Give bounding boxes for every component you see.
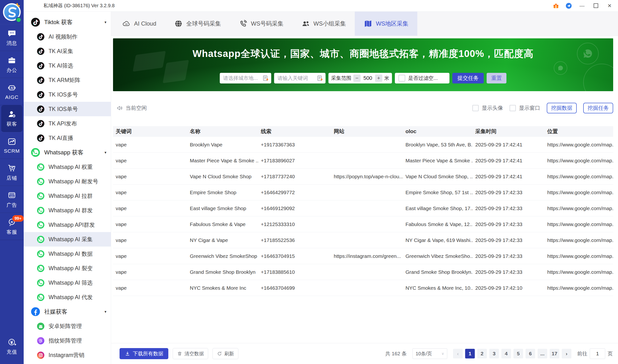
rail-item-广告[interactable]: ADS广告 bbox=[0, 186, 24, 213]
sidebar-item-TK ARM矩阵[interactable]: TK ARM矩阵 bbox=[24, 73, 111, 87]
maximize-button[interactable] bbox=[592, 2, 599, 9]
sidebar-item-Whatsapp AI 群发[interactable]: Whatsapp AI 群发 bbox=[24, 203, 111, 218]
sidebar-label: Whatsapp AI 群发 bbox=[49, 207, 93, 214]
rail-item-客服[interactable]: AI客服99+ bbox=[0, 213, 24, 240]
sidebar-item-TK IOS单号[interactable]: TK IOS单号 bbox=[24, 102, 111, 116]
table-cell: vape bbox=[113, 237, 187, 243]
table-cell: https://www.google.com/map... bbox=[545, 142, 613, 148]
sidebar-item-指纹矩阵管理[interactable]: 指纹矩阵管理 bbox=[24, 333, 111, 348]
rail-item-SCRM[interactable]: SCRM bbox=[0, 132, 24, 159]
table-row[interactable]: vapeNY Cigar & Vape+17185522536NY Cigar … bbox=[113, 232, 613, 248]
sidebar-item-Whatsapp API群发[interactable]: Whatsapp API群发 bbox=[24, 218, 111, 232]
sidebar-item-Whatsapp AI 采集[interactable]: Whatsapp AI 采集 bbox=[24, 232, 111, 247]
mine-data-button[interactable]: 挖掘数据 bbox=[547, 103, 577, 113]
show-avatar-checkbox[interactable]: 显示头像 bbox=[472, 104, 503, 112]
pager-page-4[interactable]: 4 bbox=[501, 349, 511, 358]
sidebar-item-TK IOS多号[interactable]: TK IOS多号 bbox=[24, 87, 111, 102]
sidebar-item-Whatsapp AI 代发[interactable]: Whatsapp AI 代发 bbox=[24, 290, 111, 304]
pager-next-button[interactable]: › bbox=[562, 349, 571, 358]
rail-item-AIGC[interactable]: AIAIGC bbox=[0, 78, 24, 105]
sidebar-item-Whatsapp AI 耐发号[interactable]: Whatsapp AI 耐发号 bbox=[24, 174, 111, 189]
table-row[interactable]: vapeBrooklyn Vape+19173367363Brooklyn Va… bbox=[113, 137, 613, 153]
table-cell: 2025-09-29 17:42:33 bbox=[473, 221, 545, 227]
table-cell: +16463704915 bbox=[258, 253, 331, 259]
doc-upload-icon[interactable] bbox=[262, 75, 269, 81]
sidebar-item-Instagram营销[interactable]: Instagram营销 bbox=[24, 348, 111, 362]
table-row[interactable]: vapeFabulous Smoke & Vape+12125333310Fab… bbox=[113, 216, 613, 232]
tab-WS地区采集[interactable]: WS地区采集 bbox=[355, 12, 417, 36]
tab-WS小组采集[interactable]: WS小组采集 bbox=[292, 12, 355, 36]
rail-item-店铺[interactable]: 店铺 bbox=[0, 159, 24, 186]
checkbox-icon[interactable] bbox=[509, 105, 516, 111]
tab-全球号码采集[interactable]: 全球号码采集 bbox=[165, 12, 230, 36]
pager-ellipsis[interactable]: ... bbox=[537, 349, 547, 358]
app-logo[interactable] bbox=[0, 0, 24, 24]
clear-data-button[interactable]: 清空数据 bbox=[173, 348, 208, 359]
tab-WS号码采集[interactable]: WS号码采集 bbox=[230, 12, 292, 36]
table-row[interactable]: vapeGreenwich Vibez SmokeShop+1646370491… bbox=[113, 248, 613, 264]
rail-item-办公[interactable]: 办公 bbox=[0, 51, 24, 78]
table-row[interactable]: vapeGrand Smoke Shop Brooklyn+1718388561… bbox=[113, 264, 613, 280]
checkbox-icon[interactable] bbox=[472, 105, 479, 111]
close-button[interactable]: ✕ bbox=[606, 2, 613, 9]
range-value[interactable]: 500 bbox=[362, 75, 373, 81]
goto-page-input[interactable] bbox=[590, 348, 605, 359]
city-select-input[interactable]: 请选择城市地... bbox=[220, 73, 271, 83]
pager-page-3[interactable]: 3 bbox=[489, 349, 499, 358]
download-all-button[interactable]: 下载所有数据 bbox=[120, 348, 168, 359]
refresh-button[interactable]: 刷新 bbox=[213, 348, 238, 359]
table-cell: Grand Smoke Shop Brooklyn... bbox=[403, 269, 473, 275]
sidebar-item-Whatsapp AI 数据[interactable]: Whatsapp AI 数据 bbox=[24, 247, 111, 261]
sidebar-item-TK AI采集[interactable]: TK AI采集 bbox=[24, 44, 111, 58]
mine-task-button[interactable]: 挖掘任务 bbox=[583, 103, 613, 113]
sidebar-group-社媒获客[interactable]: 社媒获客▼ bbox=[24, 304, 111, 319]
checkbox-icon[interactable] bbox=[398, 75, 405, 81]
reset-button[interactable]: 重置 bbox=[487, 73, 507, 83]
rail-item-获客[interactable]: 获客 bbox=[1, 105, 22, 132]
rail-item-消息[interactable]: 消息 bbox=[0, 24, 24, 51]
sidebar-item-TK AI筛选[interactable]: TK AI筛选 bbox=[24, 58, 111, 73]
table-row[interactable]: vapeNYC Smokes & More Inc+16463704699NYC… bbox=[113, 280, 613, 296]
tab-AI Cloud[interactable]: AIAI Cloud bbox=[113, 12, 165, 36]
sidebar-item-AI 视频制作[interactable]: AI 视频制作 bbox=[24, 29, 111, 44]
sidebar-item-Whatsapp AI 筛选[interactable]: Whatsapp AI 筛选 bbox=[24, 275, 111, 290]
sidebar-item-TK AI直播[interactable]: TK AI直播 bbox=[24, 131, 111, 145]
filter-empty-checkbox[interactable]: 是否过滤空... bbox=[395, 73, 449, 83]
sidebar-item-partial[interactable] bbox=[24, 362, 111, 364]
pager-page-1[interactable]: 1 bbox=[465, 349, 475, 358]
show-window-checkbox[interactable]: 显示窗口 bbox=[509, 104, 540, 112]
sidebar-group-Tiktok 获客[interactable]: Tiktok 获客▼ bbox=[24, 15, 111, 29]
sidebar-item-Whatsapp AI 拉群[interactable]: Whatsapp AI 拉群 bbox=[24, 189, 111, 203]
sidebar-item-Whatsapp AI 权重[interactable]: Whatsapp AI 权重 bbox=[24, 160, 111, 174]
table-cell: vape bbox=[113, 253, 187, 259]
rail-item-充值[interactable]: 充值 bbox=[0, 333, 24, 360]
doc-upload-icon[interactable] bbox=[316, 75, 323, 81]
table-row[interactable]: vapeEast village Smoke Shop+16469129092E… bbox=[113, 200, 613, 216]
range-minus-button[interactable]: − bbox=[353, 75, 360, 82]
notification-icon[interactable] bbox=[566, 3, 572, 9]
pager-page-6[interactable]: 6 bbox=[525, 349, 535, 358]
sidebar-item-TK API发布[interactable]: TK API发布 bbox=[24, 116, 111, 131]
table-row[interactable]: vapeMaster Piece Vape & Smoke ...+171838… bbox=[113, 153, 613, 169]
pager-page-5[interactable]: 5 bbox=[513, 349, 523, 358]
goto-label: 前往 bbox=[577, 350, 587, 357]
sidebar-item-Whatsapp AI 裂变[interactable]: Whatsapp AI 裂变 bbox=[24, 261, 111, 275]
pager-page-2[interactable]: 2 bbox=[477, 349, 487, 358]
minimize-button[interactable]: — bbox=[578, 2, 586, 9]
keyword-input[interactable]: 请输入关键词 bbox=[274, 73, 326, 83]
status-text: 当前空闲 bbox=[125, 104, 147, 112]
table-row[interactable]: vapeVape N Cloud Smoke Shop+17187737240h… bbox=[113, 169, 613, 184]
pager-page-17[interactable]: 17 bbox=[550, 349, 559, 358]
range-plus-button[interactable]: + bbox=[375, 75, 382, 82]
sidebar-label: Whatsapp AI 代发 bbox=[49, 294, 93, 301]
sidebar-item-安卓矩阵管理[interactable]: 安卓矩阵管理 bbox=[24, 319, 111, 333]
city-select-placeholder: 请选择城市地... bbox=[223, 75, 261, 81]
promo-icon[interactable] bbox=[553, 3, 559, 9]
results-table: 关键词名称线索网站oloc采集时间位置 vapeBrooklyn Vape+19… bbox=[113, 126, 613, 296]
sidebar-group-Whatsapp 获客[interactable]: Whatsapp 获客▼ bbox=[24, 145, 111, 160]
pager: ‹123456...17› bbox=[453, 349, 571, 358]
pager-prev-button[interactable]: ‹ bbox=[453, 349, 463, 358]
submit-task-button[interactable]: 提交任务 bbox=[452, 73, 484, 83]
table-row[interactable]: vapeEmpire Smoke Shop+16464299772Empire … bbox=[113, 184, 613, 200]
page-size-select[interactable]: 10条/页 ∨ bbox=[412, 348, 447, 359]
